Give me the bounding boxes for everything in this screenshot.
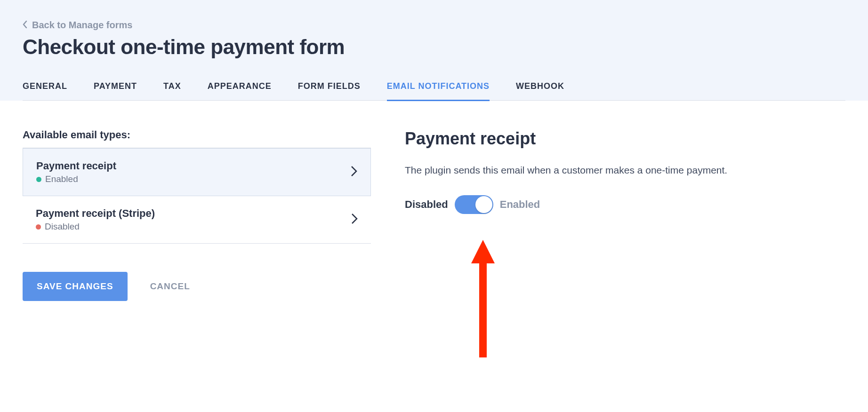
email-types-heading: Available email types: <box>23 129 371 141</box>
tab-payment[interactable]: PAYMENT <box>94 81 137 100</box>
tab-email-notifications[interactable]: EMAIL NOTIFICATIONS <box>387 81 490 101</box>
toggle-knob <box>475 196 492 213</box>
chevron-right-icon <box>351 166 357 179</box>
list-item[interactable]: Payment receipt (Stripe) Disabled <box>23 196 371 244</box>
detail-title: Payment receipt <box>405 129 845 149</box>
toggle-label-disabled: Disabled <box>405 198 448 211</box>
toggle-row: Disabled Enabled <box>405 195 845 214</box>
tab-appearance[interactable]: APPEARANCE <box>208 81 272 100</box>
toggle-label-enabled: Enabled <box>500 198 540 211</box>
email-types-list: Payment receipt Enabled Payment receipt … <box>23 148 371 244</box>
save-button[interactable]: SAVE CHANGES <box>23 272 128 301</box>
cancel-button[interactable]: CANCEL <box>150 281 190 292</box>
list-item-status: Enabled <box>45 174 78 184</box>
page-title: Checkout one-time payment form <box>23 35 845 59</box>
back-link[interactable]: Back to Manage forms <box>23 20 845 31</box>
list-item-title: Payment receipt <box>36 160 116 172</box>
back-link-label: Back to Manage forms <box>32 20 132 31</box>
enabled-toggle[interactable] <box>455 195 493 214</box>
detail-description: The plugin sends this email when a custo… <box>405 163 845 178</box>
status-dot-icon <box>36 177 41 182</box>
list-item[interactable]: Payment receipt Enabled <box>23 148 371 196</box>
chevron-left-icon <box>23 20 27 31</box>
list-item-status: Disabled <box>45 222 80 232</box>
status-dot-icon <box>36 224 41 230</box>
annotation-arrow-icon <box>469 240 497 329</box>
tab-general[interactable]: GENERAL <box>23 81 67 100</box>
tab-webhook[interactable]: WEBHOOK <box>516 81 564 100</box>
chevron-right-icon <box>351 213 358 226</box>
tabs: GENERAL PAYMENT TAX APPEARANCE FORM FIEL… <box>23 81 845 101</box>
list-item-title: Payment receipt (Stripe) <box>36 207 155 220</box>
tab-form-fields[interactable]: FORM FIELDS <box>298 81 361 100</box>
tab-tax[interactable]: TAX <box>163 81 181 100</box>
